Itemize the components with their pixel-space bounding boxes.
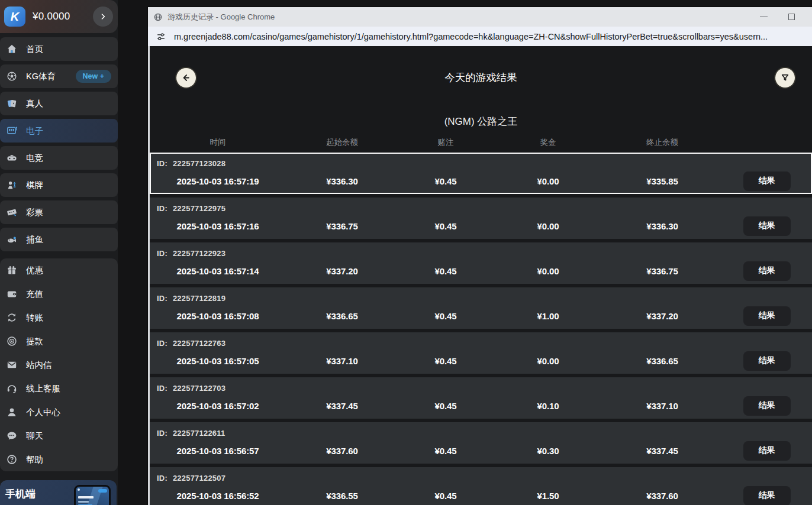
cell-end-balance: ¥336.30	[603, 221, 721, 231]
table-row: ID:222577122611 2025-10-03 16:56:57 ¥337…	[150, 422, 812, 464]
cell-prize: ¥0.30	[493, 446, 603, 456]
chrome-popup-window: 游戏历史记录 - Google Chrome m.greenjade88.com…	[148, 7, 812, 505]
row-id-prefix: ID:	[157, 339, 167, 348]
table-row: ID:222577122923 2025-10-03 16:57:14 ¥337…	[150, 242, 812, 284]
maximize-button[interactable]	[778, 7, 805, 27]
table-row: ID:222577122763 2025-10-03 16:57:05 ¥337…	[150, 332, 812, 374]
sidebar-item-slots[interactable]: 电子	[0, 119, 118, 143]
row-id-value: 222577122703	[173, 384, 225, 393]
sidebar-item-fishing[interactable]: 捕鱼	[0, 228, 118, 251]
tune-icon[interactable]	[156, 31, 166, 42]
url-text[interactable]: m.greenjade88.com/casino/games/gamehisto…	[174, 32, 768, 41]
sidebar-item-profile[interactable]: 个人中心	[0, 400, 118, 424]
row-id-value: 222577122763	[173, 339, 225, 348]
sidebar-item-label: 充值	[26, 289, 43, 300]
transfer-arrows-icon	[5, 312, 18, 323]
arrow-left-icon	[181, 73, 191, 83]
funnel-icon	[780, 73, 790, 83]
cell-start-balance: ¥337.45	[286, 401, 398, 411]
result-button[interactable]: 结果	[743, 396, 791, 416]
sidebar-item-chess[interactable]: 棋牌	[0, 173, 118, 197]
sidebar-item-sports[interactable]: KG体育 New +	[0, 64, 118, 88]
cell-prize: ¥0.00	[493, 221, 603, 231]
window-titlebar[interactable]: 游戏历史记录 - Google Chrome	[148, 7, 812, 27]
row-id-line: ID:222577122763	[157, 339, 225, 348]
row-id-value: 222577122819	[173, 294, 225, 303]
row-cells: 2025-10-03 16:57:05 ¥337.10 ¥0.45 ¥0.00 …	[150, 348, 812, 374]
row-cells: 2025-10-03 16:57:02 ¥337.45 ¥0.45 ¥0.10 …	[150, 393, 812, 419]
filter-button[interactable]	[775, 68, 795, 88]
mobile-app-promo-card[interactable]: 手机端 海量赛事 全面覆盖!	[0, 480, 117, 505]
balance-amount: ¥0.0000	[33, 11, 70, 22]
brand-logo[interactable]: K	[4, 7, 25, 27]
cell-end-balance: ¥337.45	[603, 446, 721, 456]
game-history-page: 今天的游戏结果 (NGM) 公路之王 时间 起始余额 赌注 奖金 终止余额 ID…	[150, 46, 812, 505]
minimize-button[interactable]	[750, 7, 777, 27]
sidebar-item-label: KG体育	[26, 71, 56, 82]
soccer-icon	[5, 70, 18, 82]
cell-prize: ¥1.00	[493, 311, 603, 321]
cell-bet: ¥0.45	[398, 266, 493, 276]
result-button[interactable]: 结果	[743, 171, 791, 191]
cell-end-balance: ¥337.60	[603, 491, 721, 501]
sidebar-item-label: 线上客服	[26, 383, 60, 394]
sidebar-item-withdraw[interactable]: 提款	[0, 329, 118, 353]
sidebar-item-inbox[interactable]: 站内信	[0, 353, 118, 377]
sidebar-item-deposit[interactable]: 充值	[0, 282, 118, 306]
minimize-icon	[760, 17, 768, 17]
back-button[interactable]	[176, 68, 196, 88]
gamepad-icon	[5, 152, 18, 164]
sidebar-item-label: 转账	[26, 312, 43, 323]
row-id-value: 222577123028	[173, 159, 225, 168]
sidebar-item-help[interactable]: 帮助	[0, 448, 118, 471]
row-cells: 2025-10-03 16:56:52 ¥336.55 ¥0.45 ¥1.50 …	[150, 483, 812, 505]
sidebar-item-home[interactable]: 首页	[0, 37, 118, 61]
cell-end-balance: ¥336.65	[603, 356, 721, 366]
cell-prize: ¥0.00	[493, 266, 603, 276]
globe-favicon	[153, 12, 163, 22]
row-id-prefix: ID:	[157, 294, 167, 303]
cell-time: 2025-10-03 16:57:05	[150, 356, 286, 366]
chess-pawn-icon	[5, 179, 18, 191]
result-button[interactable]: 结果	[743, 441, 791, 461]
url-bar[interactable]: m.greenjade88.com/casino/games/gamehisto…	[148, 27, 812, 46]
cell-time: 2025-10-03 16:57:19	[150, 176, 286, 186]
cell-end-balance: ¥337.20	[603, 311, 721, 321]
balance-card: K ¥0.0000	[0, 0, 118, 33]
question-icon	[5, 454, 18, 465]
row-id-prefix: ID:	[157, 429, 167, 438]
home-icon	[5, 43, 18, 55]
sidebar-item-chat[interactable]: 聊天	[0, 424, 118, 448]
cell-time: 2025-10-03 16:57:02	[150, 401, 286, 411]
cell-end-balance: ¥336.75	[603, 266, 721, 276]
cell-bet: ¥0.45	[398, 356, 493, 366]
sidebar-item-lottery[interactable]: 彩票	[0, 200, 118, 224]
table-header: 时间 起始余额 赌注 奖金 终止余额	[150, 137, 812, 148]
new-badge: New +	[76, 70, 111, 83]
sidebar-item-promotions[interactable]: 优惠	[0, 258, 118, 282]
row-id-line: ID:222577122703	[157, 384, 225, 393]
cell-time: 2025-10-03 16:56:52	[150, 491, 286, 501]
result-button[interactable]: 结果	[743, 486, 791, 505]
sidebar-item-live[interactable]: 真人	[0, 92, 118, 115]
chevron-right-icon	[98, 12, 108, 21]
sidebar-item-support[interactable]: 线上客服	[0, 377, 118, 400]
result-button[interactable]: 结果	[743, 306, 791, 326]
row-id-line: ID:222577122507	[157, 474, 225, 483]
sidebar-item-label: 首页	[26, 44, 43, 55]
result-button[interactable]: 结果	[743, 351, 791, 371]
result-button[interactable]: 结果	[743, 216, 791, 236]
row-id-line: ID:222577122975	[157, 204, 225, 213]
result-button[interactable]: 结果	[743, 261, 791, 281]
sidebar-item-label: 提款	[26, 336, 43, 347]
row-id-line: ID:222577123028	[157, 159, 225, 168]
sidebar-item-esports[interactable]: 电竞	[0, 146, 118, 170]
slot-machine-icon	[5, 125, 18, 137]
row-cells: 2025-10-03 16:57:08 ¥336.65 ¥0.45 ¥1.00 …	[150, 303, 812, 329]
cell-prize: ¥0.00	[493, 176, 603, 186]
sidebar-item-label: 站内信	[26, 360, 52, 371]
table-row: ID:222577122819 2025-10-03 16:57:08 ¥336…	[150, 287, 812, 329]
sidebar-item-transfer[interactable]: 转账	[0, 306, 118, 329]
page-title: 今天的游戏结果	[209, 68, 753, 88]
balance-expand-button[interactable]	[93, 7, 113, 27]
